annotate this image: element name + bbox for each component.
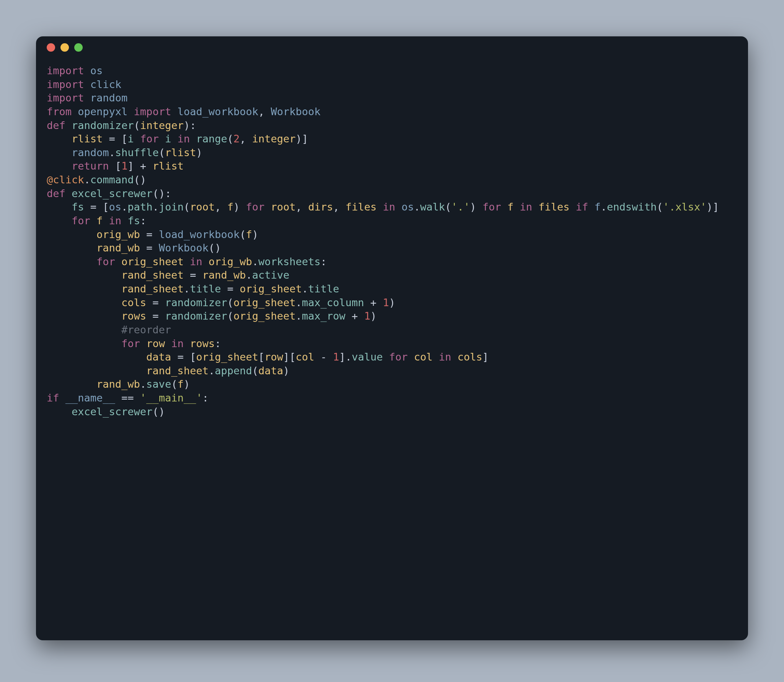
code-token bbox=[408, 351, 414, 363]
code-token: ): bbox=[184, 119, 196, 131]
code-token bbox=[47, 283, 121, 295]
code-token bbox=[377, 201, 383, 213]
code-line: random.shuffle(rlist) bbox=[47, 146, 737, 160]
code-token: os bbox=[90, 65, 103, 77]
code-token: f bbox=[246, 228, 252, 240]
code-token: integer bbox=[252, 133, 296, 145]
code-token: for bbox=[121, 338, 140, 349]
code-token: randomizer bbox=[165, 297, 227, 308]
code-token: for bbox=[96, 256, 115, 268]
minimize-button[interactable] bbox=[60, 43, 69, 52]
code-line: orig_wb = load_workbook(f) bbox=[47, 228, 737, 241]
code-token bbox=[47, 242, 96, 254]
code-line: for row in rows: bbox=[47, 337, 737, 351]
code-editor[interactable]: import osimport clickimport randomfrom o… bbox=[36, 59, 748, 640]
code-token bbox=[103, 215, 109, 227]
code-token: ) bbox=[184, 378, 190, 390]
code-token: rlist bbox=[72, 133, 103, 145]
code-token bbox=[121, 215, 127, 227]
zoom-button[interactable] bbox=[74, 43, 83, 52]
code-token: ) bbox=[252, 228, 258, 240]
code-token: ][ bbox=[283, 351, 296, 363]
code-token: . bbox=[109, 147, 115, 158]
code-token bbox=[570, 201, 576, 213]
code-token: '.' bbox=[451, 201, 470, 213]
code-token: in bbox=[177, 133, 190, 145]
code-line: fs = [os.path.join(root, f) for root, di… bbox=[47, 200, 737, 214]
code-token: . bbox=[246, 269, 252, 281]
code-token: ( bbox=[445, 201, 451, 213]
code-token: ] + bbox=[127, 160, 152, 172]
code-token: openpyxl bbox=[78, 106, 127, 117]
code-token: ) bbox=[196, 147, 202, 158]
code-token: = [ bbox=[103, 133, 127, 145]
code-token: root bbox=[190, 201, 215, 213]
code-token: #reorder bbox=[121, 324, 171, 336]
code-token: rand_sheet bbox=[146, 365, 209, 377]
code-token: load_workbook bbox=[159, 228, 240, 240]
code-token bbox=[202, 256, 208, 268]
code-token: = bbox=[184, 269, 203, 281]
code-token bbox=[115, 256, 121, 268]
code-token: rlist bbox=[165, 147, 196, 158]
code-token: : bbox=[215, 338, 221, 349]
code-token bbox=[134, 133, 140, 145]
code-token: . bbox=[121, 201, 127, 213]
code-token: max_row bbox=[302, 310, 346, 322]
code-token: ( bbox=[227, 133, 234, 145]
code-token: () bbox=[134, 174, 147, 186]
code-token: rand_sheet bbox=[121, 269, 184, 281]
code-token: def bbox=[47, 119, 65, 131]
code-token: . bbox=[252, 256, 258, 268]
code-token: () bbox=[209, 242, 221, 254]
code-token: , bbox=[240, 133, 252, 145]
code-token: . bbox=[296, 297, 302, 308]
code-token: , bbox=[258, 106, 271, 117]
code-token: rand_wb bbox=[202, 269, 246, 281]
code-token bbox=[159, 133, 165, 145]
code-line: if __name__ == '__main__': bbox=[47, 391, 737, 405]
code-token: def bbox=[47, 188, 65, 199]
code-token: in bbox=[190, 256, 203, 268]
code-token: max_column bbox=[302, 297, 364, 308]
code-token: == bbox=[115, 392, 140, 404]
code-token: ( bbox=[240, 228, 246, 240]
code-token bbox=[165, 338, 171, 349]
code-line: import click bbox=[47, 78, 737, 91]
code-token: rand_sheet bbox=[121, 283, 184, 295]
code-token: orig_sheet bbox=[240, 283, 302, 295]
code-token: for bbox=[72, 215, 90, 227]
code-line: def randomizer(integer): bbox=[47, 119, 737, 132]
code-token bbox=[59, 392, 65, 404]
code-token: path bbox=[127, 201, 152, 213]
code-token: integer bbox=[140, 119, 184, 131]
code-token: random bbox=[90, 92, 128, 104]
code-line: @click.command() bbox=[47, 173, 737, 187]
code-token: col bbox=[296, 351, 314, 363]
code-token: row bbox=[265, 351, 283, 363]
code-line: import os bbox=[47, 64, 737, 78]
code-token: cols bbox=[457, 351, 482, 363]
code-line: rand_wb = Workbook() bbox=[47, 241, 737, 255]
code-token: title bbox=[190, 283, 221, 295]
close-button[interactable] bbox=[47, 43, 55, 52]
code-token bbox=[84, 65, 90, 77]
code-token: f bbox=[227, 201, 234, 213]
code-token: . bbox=[414, 201, 420, 213]
code-token: cols bbox=[121, 297, 146, 308]
code-token bbox=[171, 133, 177, 145]
code-token: rows bbox=[190, 338, 215, 349]
code-token: 1 bbox=[121, 160, 127, 172]
code-token bbox=[451, 351, 457, 363]
code-token: ( bbox=[134, 119, 140, 131]
code-line: rand_sheet.append(data) bbox=[47, 364, 737, 378]
code-token bbox=[47, 406, 72, 418]
code-token: ( bbox=[227, 310, 233, 322]
code-token: . bbox=[152, 201, 158, 213]
code-token: for bbox=[482, 201, 501, 213]
code-token bbox=[65, 188, 72, 199]
code-token: 2 bbox=[234, 133, 240, 145]
code-token: + bbox=[345, 310, 364, 322]
code-token: import bbox=[134, 106, 172, 117]
code-token: = bbox=[146, 297, 165, 308]
